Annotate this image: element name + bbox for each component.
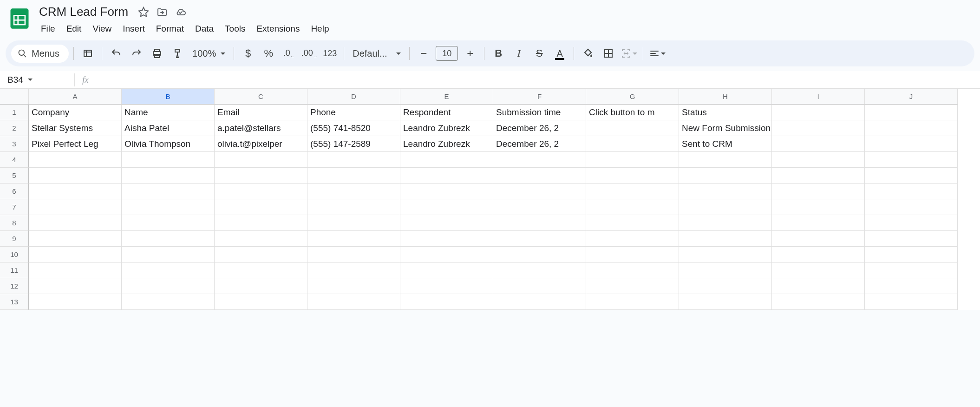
cell-G5[interactable] (586, 168, 679, 184)
bold-icon[interactable]: B (489, 44, 508, 63)
col-header-H[interactable]: H (679, 89, 772, 105)
cell-I4[interactable] (772, 152, 865, 168)
cell-A5[interactable] (29, 168, 122, 184)
cell-A2[interactable]: Stellar Systems (29, 120, 122, 136)
col-header-A[interactable]: A (29, 89, 122, 105)
cell-E1[interactable]: Respondent (400, 105, 493, 120)
paint-format-icon[interactable] (168, 44, 187, 63)
cell-J1[interactable] (865, 105, 958, 120)
cell-C12[interactable] (215, 278, 307, 294)
col-header-B[interactable]: B (122, 89, 215, 105)
cell-F4[interactable] (493, 152, 586, 168)
cell-E7[interactable] (400, 199, 493, 215)
undo-icon[interactable] (107, 44, 125, 63)
star-icon[interactable] (137, 6, 150, 18)
menus-search-button[interactable]: Menus (11, 45, 69, 63)
doc-title[interactable]: CRM Lead Form (36, 4, 131, 20)
cell-D3[interactable]: (555) 147-2589 (307, 136, 400, 152)
cell-E6[interactable] (400, 184, 493, 199)
italic-icon[interactable]: I (510, 44, 528, 63)
cell-C10[interactable] (215, 247, 307, 263)
cell-C13[interactable] (215, 294, 307, 310)
cell-D5[interactable] (307, 168, 400, 184)
cell-J10[interactable] (865, 247, 958, 263)
cell-D11[interactable] (307, 263, 400, 278)
row-header-4[interactable]: 4 (0, 152, 29, 168)
cell-D6[interactable] (307, 184, 400, 199)
cell-J3[interactable] (865, 136, 958, 152)
col-header-D[interactable]: D (307, 89, 400, 105)
cell-E4[interactable] (400, 152, 493, 168)
cell-H6[interactable] (679, 184, 772, 199)
cell-G10[interactable] (586, 247, 679, 263)
cell-A8[interactable] (29, 215, 122, 231)
col-header-E[interactable]: E (400, 89, 493, 105)
cell-D1[interactable]: Phone (307, 105, 400, 120)
cell-C7[interactable] (215, 199, 307, 215)
cell-G1[interactable]: Click button to m (586, 105, 679, 120)
cell-D4[interactable] (307, 152, 400, 168)
row-header-1[interactable]: 1 (0, 105, 29, 120)
cell-B13[interactable] (122, 294, 215, 310)
cell-C4[interactable] (215, 152, 307, 168)
cell-F11[interactable] (493, 263, 586, 278)
cell-A4[interactable] (29, 152, 122, 168)
text-color-icon[interactable]: A (550, 44, 569, 63)
decrease-decimal-icon[interactable]: .0← (280, 44, 298, 63)
cell-C8[interactable] (215, 215, 307, 231)
col-header-G[interactable]: G (586, 89, 679, 105)
cell-H12[interactable] (679, 278, 772, 294)
cell-H4[interactable] (679, 152, 772, 168)
cell-F13[interactable] (493, 294, 586, 310)
cell-I10[interactable] (772, 247, 865, 263)
sheets-logo-icon[interactable] (7, 7, 32, 31)
cell-H11[interactable] (679, 263, 772, 278)
cell-H8[interactable] (679, 215, 772, 231)
cell-H9[interactable] (679, 231, 772, 247)
cell-C3[interactable]: olivia.t@pixelper (215, 136, 307, 152)
row-header-10[interactable]: 10 (0, 247, 29, 263)
cell-J13[interactable] (865, 294, 958, 310)
move-folder-icon[interactable] (156, 6, 168, 18)
row-header-6[interactable]: 6 (0, 184, 29, 199)
strikethrough-icon[interactable]: S (530, 44, 549, 63)
cell-F1[interactable]: Submission time (493, 105, 586, 120)
cell-J9[interactable] (865, 231, 958, 247)
row-header-9[interactable]: 9 (0, 231, 29, 247)
cell-I3[interactable] (772, 136, 865, 152)
decrease-font-size-icon[interactable]: − (414, 44, 433, 63)
cell-I7[interactable] (772, 199, 865, 215)
cell-H1[interactable]: Status (679, 105, 772, 120)
cell-G12[interactable] (586, 278, 679, 294)
cell-B11[interactable] (122, 263, 215, 278)
cell-J4[interactable] (865, 152, 958, 168)
cell-B6[interactable] (122, 184, 215, 199)
cell-J12[interactable] (865, 278, 958, 294)
fill-color-icon[interactable] (579, 44, 597, 63)
cell-G9[interactable] (586, 231, 679, 247)
cell-F7[interactable] (493, 199, 586, 215)
cell-C11[interactable] (215, 263, 307, 278)
cell-H2[interactable]: New Form Submission (679, 120, 772, 136)
cell-J7[interactable] (865, 199, 958, 215)
cell-F10[interactable] (493, 247, 586, 263)
horizontal-align-icon[interactable] (648, 44, 666, 63)
cell-B4[interactable] (122, 152, 215, 168)
cell-E9[interactable] (400, 231, 493, 247)
cell-G4[interactable] (586, 152, 679, 168)
cell-F12[interactable] (493, 278, 586, 294)
merge-cells-icon[interactable] (620, 44, 638, 63)
cell-A9[interactable] (29, 231, 122, 247)
cell-G3[interactable] (586, 136, 679, 152)
cell-F6[interactable] (493, 184, 586, 199)
cell-H7[interactable] (679, 199, 772, 215)
menu-data[interactable]: Data (190, 22, 218, 36)
increase-font-size-icon[interactable]: + (461, 44, 479, 63)
cell-I12[interactable] (772, 278, 865, 294)
cell-B10[interactable] (122, 247, 215, 263)
col-header-F[interactable]: F (493, 89, 586, 105)
col-header-C[interactable]: C (215, 89, 307, 105)
cell-H3[interactable]: Sent to CRM (679, 136, 772, 152)
cell-G13[interactable] (586, 294, 679, 310)
cell-H13[interactable] (679, 294, 772, 310)
